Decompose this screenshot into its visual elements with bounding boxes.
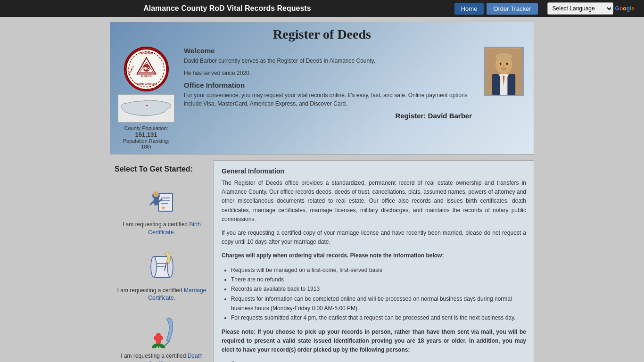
svg-rect-10: [146, 105, 148, 106]
banner-middle: Welcome David Barber currently serves as…: [179, 47, 477, 120]
order-tracker-button[interactable]: Order Tracker: [487, 3, 537, 15]
welcome-text1: David Barber currently serves as the Reg…: [184, 57, 472, 65]
banner-stats: County Population: 151,131 Population Ra…: [123, 125, 169, 149]
welcome-title: Welcome: [184, 47, 472, 55]
home-button[interactable]: Home: [454, 3, 484, 15]
google-translate-label: Google: [615, 5, 635, 12]
banner-content: ALAMANCE NORTH CAROLINA COUNTY PRO PUBLI…: [118, 47, 526, 149]
svg-point-33: [151, 256, 157, 277]
bullet-3: Records are available back to 1913: [231, 284, 526, 294]
sidebar-heading: Select To Get Started:: [115, 165, 209, 173]
note-text: Please note: If you choose to pick up yo…: [222, 328, 526, 355]
bullet-4: Requests for information can be complete…: [231, 294, 526, 313]
page-title: Register of Deeds: [118, 27, 526, 42]
header-banner: Register of Deeds ALAMANCE NORTH CAROLIN…: [110, 22, 534, 155]
svg-text:ALAMANCE: ALAMANCE: [140, 52, 153, 54]
death-cert-item: I am requesting a certified Death Certif…: [115, 312, 209, 362]
birth-cert-label: I am requesting a certified Birth Certif…: [115, 221, 209, 237]
marriage-icon-svg: [144, 247, 180, 282]
svg-point-0: [125, 49, 166, 90]
svg-line-29: [150, 202, 153, 205]
welcome-text2: He has served since 2020.: [184, 69, 472, 77]
county-population-value: 151,131: [123, 131, 169, 138]
svg-text:PRO: PRO: [143, 66, 150, 70]
death-icon-svg: [144, 313, 180, 348]
birth-cert-item: ★ I am requesting a certified Birth Cert…: [115, 180, 209, 237]
svg-marker-3: [139, 62, 153, 73]
svg-text:NORTH CAROLINA: NORTH CAROLINA: [136, 82, 157, 85]
marriage-cert-label: I am requesting a certified Marriage Cer…: [115, 287, 209, 303]
person-illustration: [485, 48, 522, 95]
svg-point-40: [156, 333, 161, 337]
marriage-cert-item: I am requesting a certified Marriage Cer…: [115, 246, 209, 303]
banner-photo: [481, 47, 526, 96]
svg-text:PUBLICO: PUBLICO: [141, 75, 151, 77]
birth-cert-icon: ★: [143, 180, 181, 218]
birth-icon-svg: ★: [144, 181, 180, 217]
bullet-5: For requests submitted after 4 pm, the e…: [231, 313, 526, 322]
svg-point-19: [503, 65, 505, 66]
content-area: Select To Get Started:: [110, 160, 534, 362]
charges-list: Requests will be managed on a first-come…: [231, 265, 526, 323]
svg-point-7: [142, 64, 150, 72]
county-seal: ALAMANCE NORTH CAROLINA COUNTY PRO PUBLI…: [124, 47, 169, 91]
county-population-label: County Population:: [123, 125, 169, 131]
banner-logo: ALAMANCE NORTH CAROLINA COUNTY PRO PUBLI…: [118, 47, 174, 149]
svg-text:COUNTY: COUNTY: [128, 65, 135, 75]
bullet-1: Requests will be managed on a first-come…: [231, 265, 526, 275]
photo-frame: [484, 47, 524, 96]
bullet-2: There are no refunds: [231, 275, 526, 284]
marriage-cert-icon: [143, 246, 181, 284]
pickup-list: Spouse Brother/Sister Child/Step-Child/G…: [231, 359, 526, 362]
svg-marker-2: [137, 58, 156, 74]
death-cert-icon: [143, 312, 181, 349]
population-ranking-value: 18th: [123, 144, 169, 149]
svg-text:★: ★: [160, 205, 165, 211]
right-main-content: General Information The Register of Deed…: [214, 160, 534, 362]
top-navigation: Alamance County RoD Vital Records Reques…: [0, 0, 644, 17]
main-para1: The Register of Deeds office provides a …: [222, 179, 526, 224]
svg-point-17: [500, 62, 502, 65]
nav-buttons: Home Order Tracker: [454, 3, 538, 15]
general-info-title: General Information: [222, 167, 526, 175]
death-cert-label: I am requesting a certified Death Certif…: [115, 352, 209, 362]
svg-point-16: [495, 53, 512, 60]
population-ranking-label: Population Ranking:: [123, 138, 169, 144]
pickup-1: Spouse: [231, 359, 526, 362]
office-info-text: For your convenience, you may request yo…: [184, 91, 472, 108]
language-selector-wrap: Select Language Google: [547, 2, 635, 15]
svg-point-27: [153, 198, 159, 206]
svg-point-28: [153, 191, 159, 197]
language-select[interactable]: Select Language: [547, 2, 613, 15]
register-name: Register: David Barber: [184, 112, 472, 120]
charges-label: Charges will apply when ordering vital r…: [222, 251, 526, 260]
office-info-title: Office Information: [184, 81, 472, 89]
main-wrapper: Register of Deeds ALAMANCE NORTH CAROLIN…: [110, 17, 534, 362]
svg-point-18: [506, 62, 508, 65]
svg-point-1: [128, 51, 164, 87]
note-strong: Please note: If you choose to pick up yo…: [222, 329, 526, 353]
left-sidebar: Select To Get Started:: [110, 160, 214, 362]
site-title: Alamance County RoD Vital Records Reques…: [9, 4, 445, 13]
main-para2: If you are requesting a certified copy o…: [222, 229, 526, 247]
nc-map: [118, 94, 174, 123]
